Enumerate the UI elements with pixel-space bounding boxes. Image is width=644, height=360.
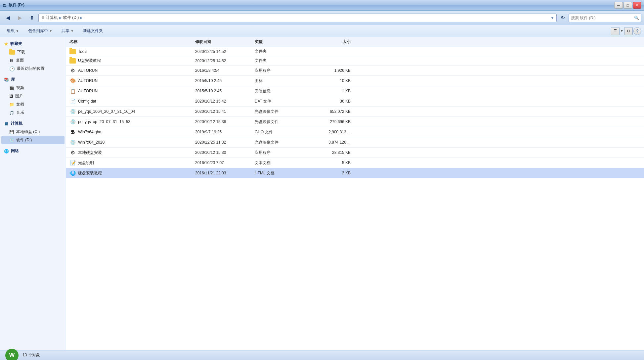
autorun-inf-type: 安装信息 <box>255 88 308 94</box>
win7-gho-date: 2019/9/7 19:25 <box>195 130 255 134</box>
up-button[interactable]: ⬆ <box>26 13 37 23</box>
sidebar-item-video[interactable]: 🎬 视频 <box>1 84 64 92</box>
autorun-inf-icon: 📋 <box>69 88 76 94</box>
organize-button[interactable]: 组织 ▼ <box>3 26 23 36</box>
maximize-button[interactable]: □ <box>623 2 632 9</box>
sidebar-item-documents[interactable]: 📁 文档 <box>1 100 64 109</box>
file-row-disc-readme[interactable]: 📝 光盘说明 2016/10/23 7:07 文本文档 5 KB <box>66 158 644 168</box>
desktop-icon: 🖥 <box>9 58 14 63</box>
add-to-library-label: 包含到库中 <box>28 28 48 34</box>
close-button[interactable]: ✕ <box>633 2 641 9</box>
address-breadcrumb-2[interactable]: 软件 (D:) <box>63 15 79 21</box>
sidebar-item-music[interactable]: 🎵 音乐 <box>1 109 64 117</box>
computer-section: 🖥 计算机 💾 本地磁盘 (C:) 💿 软件 (D:) <box>1 119 64 144</box>
autorun-inf-name: AUTORUN <box>78 89 98 93</box>
library-header[interactable]: 📚 库 <box>1 75 64 84</box>
status-logo: W <box>5 349 19 360</box>
file-row-local-install[interactable]: ⚙ 本地硬盘安装 2020/10/12 15:30 应用程序 28,315 KB <box>66 148 644 158</box>
computer-header[interactable]: 🖥 计算机 <box>1 119 64 128</box>
title-bar: 🗂 软件 (D:) ─ □ ✕ <box>0 0 644 11</box>
pe-1064-name: pe_yqs_1064_20_07_31_16_04 <box>78 109 135 114</box>
autorun-exe-date: 2016/1/8 4:54 <box>195 68 255 73</box>
title-bar-icon: 🗂 <box>3 3 7 8</box>
favorites-section: ★ 收藏夹 下载 🖥 桌面 🕐 最近访问的位置 <box>1 40 64 73</box>
search-icon: 🔍 <box>634 16 639 20</box>
file-row-autorun-exe[interactable]: ⚙ AUTORUN 2016/1/8 4:54 应用程序 1,926 KB <box>66 66 644 76</box>
favorites-label: 收藏夹 <box>10 41 22 47</box>
toolbar: 组织 ▼ 包含到库中 ▼ 共享 ▼ 新建文件夹 ☰ ▼ ⊟ ? <box>0 25 644 37</box>
col-name-header[interactable]: 名称 <box>69 39 195 45</box>
title-bar-controls: ─ □ ✕ <box>614 2 641 9</box>
config-dat-size: 36 KB <box>308 99 351 104</box>
file-row-win7-2020[interactable]: 💿 Win7x64_2020 2020/12/25 11:32 光盘映像文件 3… <box>66 137 644 148</box>
sidebar-item-download[interactable]: 下载 <box>1 48 64 56</box>
config-dat-name: Config.dat <box>78 99 96 104</box>
back-button[interactable]: ◀ <box>3 13 13 23</box>
share-label: 共享 <box>62 28 69 34</box>
address-bar[interactable]: 🖥 计算机 ▶ 软件 (D:) ▶ ▼ <box>38 14 557 22</box>
pe-1064-date: 2020/10/12 15:41 <box>195 109 255 114</box>
library-section: 📚 库 🎬 视频 🖼 图片 📁 文档 🎵 音乐 <box>1 75 64 117</box>
library-icon: 📚 <box>4 77 9 82</box>
preview-pane-button[interactable]: ⊟ <box>624 27 633 35</box>
disc-readme-name: 光盘说明 <box>78 160 94 166</box>
drive-c-icon: 💾 <box>9 130 14 134</box>
network-label: 网络 <box>11 148 19 154</box>
refresh-button[interactable]: ↻ <box>558 14 567 22</box>
file-row-usb-install[interactable]: U盘安装教程 2020/12/25 14:52 文件夹 <box>66 56 644 66</box>
status-count: 13 个对象 <box>22 352 40 358</box>
sidebar-item-desktop[interactable]: 🖥 桌面 <box>1 56 64 65</box>
file-row-pe-xp[interactable]: 💿 pe_yqs_xp_20_07_31_15_53 2020/10/12 15… <box>66 117 644 127</box>
win7-2020-size: 3,874,126 ... <box>308 140 351 145</box>
file-row-autorun-inf[interactable]: 📋 AUTORUN 2015/5/10 2:45 安装信息 1 KB <box>66 86 644 96</box>
address-dropdown-arrow[interactable]: ▼ <box>550 16 554 20</box>
file-row-pe-1064[interactable]: 💿 pe_yqs_1064_20_07_31_16_04 2020/10/12 … <box>66 107 644 117</box>
music-icon: 🎵 <box>9 111 14 115</box>
win7-2020-date: 2020/12/25 11:32 <box>195 140 255 145</box>
col-date-header[interactable]: 修改日期 <box>195 39 255 45</box>
config-dat-date: 2020/10/12 15:42 <box>195 99 255 104</box>
view-arrow[interactable]: ▼ <box>620 29 623 33</box>
autorun-exe-size: 1,926 KB <box>308 68 351 73</box>
autorun-ico-icon: 🎨 <box>69 77 76 84</box>
local-install-size: 28,315 KB <box>308 150 351 155</box>
add-to-library-button[interactable]: 包含到库中 ▼ <box>24 26 56 36</box>
minimize-button[interactable]: ─ <box>614 2 623 9</box>
col-type-header[interactable]: 类型 <box>255 39 308 45</box>
hdd-tutorial-type: HTML 文档 <box>255 170 308 176</box>
search-input[interactable] <box>571 16 633 20</box>
file-row-tools[interactable]: Tools 2020/12/25 14:52 文件夹 <box>66 47 644 56</box>
file-row-hdd-tutorial[interactable]: 🌐 硬盘安装教程 2016/11/21 22:03 HTML 文档 3 KB <box>66 168 644 178</box>
favorites-header[interactable]: ★ 收藏夹 <box>1 40 64 48</box>
autorun-ico-type: 图标 <box>255 78 308 84</box>
search-bar[interactable]: 🔍 <box>569 14 641 22</box>
sidebar-item-drive-c[interactable]: 💾 本地磁盘 (C:) <box>1 128 64 136</box>
autorun-ico-name: AUTORUN <box>78 78 98 83</box>
documents-icon: 📁 <box>9 102 14 107</box>
address-computer-icon: 🖥 <box>41 16 45 20</box>
video-icon: 🎬 <box>9 86 14 90</box>
file-row-autorun-ico[interactable]: 🎨 AUTORUN 2015/5/10 2:45 图标 10 KB <box>66 76 644 86</box>
sidebar-item-drive-d[interactable]: 💿 软件 (D:) <box>1 136 64 144</box>
file-row-config-dat[interactable]: 📄 Config.dat 2020/10/12 15:42 DAT 文件 36 … <box>66 96 644 107</box>
help-button[interactable]: ? <box>633 27 641 35</box>
network-header[interactable]: 🌐 网络 <box>1 147 64 155</box>
pe-1064-type: 光盘映像文件 <box>255 109 308 114</box>
sidebar-item-pictures[interactable]: 🖼 图片 <box>1 92 64 100</box>
sidebar-item-recent[interactable]: 🕐 最近访问的位置 <box>1 65 64 73</box>
col-size-header[interactable]: 大小 <box>308 39 351 45</box>
drive-d-icon: 💿 <box>9 138 14 143</box>
pe-xp-size: 279,696 KB <box>308 119 351 124</box>
view-controls: ☰ ▼ ⊟ ? <box>611 27 641 35</box>
address-breadcrumb-1[interactable]: 计算机 <box>46 15 58 21</box>
new-folder-button[interactable]: 新建文件夹 <box>79 26 107 36</box>
file-row-win7-gho[interactable]: 🗜 Win7x64.gho 2019/9/7 19:25 GHO 文件 2,90… <box>66 127 644 137</box>
forward-button[interactable]: ▶ <box>15 13 25 23</box>
view-dropdown-button[interactable]: ☰ <box>611 27 620 35</box>
title-bar-title: 🗂 软件 (D:) <box>3 2 24 8</box>
pe-xp-type: 光盘映像文件 <box>255 119 308 125</box>
share-button[interactable]: 共享 ▼ <box>58 26 78 36</box>
tools-name: Tools <box>78 49 87 54</box>
disc-readme-type: 文本文档 <box>255 160 308 166</box>
hdd-tutorial-icon: 🌐 <box>69 170 76 176</box>
